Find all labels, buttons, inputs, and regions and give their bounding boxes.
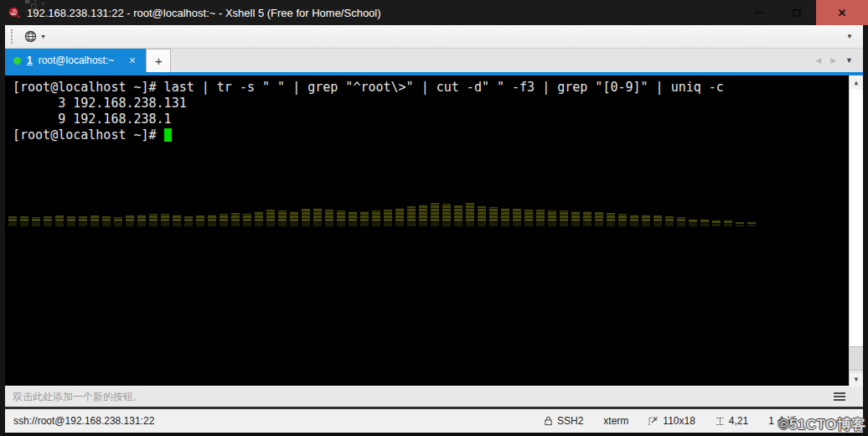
watermark-bar	[677, 217, 685, 226]
status-bar: ssh://root@192.168.238.131:22 SSH2 xterm…	[5, 407, 863, 433]
watermark-bar	[20, 216, 28, 226]
watermark-bar	[419, 205, 427, 226]
scrollbar-up-icon[interactable]: ▲	[850, 75, 863, 90]
window-frame: ▼▼▼▼▼A▼▼▼? ▼ 1 root@localhost:~ ✕ + ◀ ▶ …	[0, 25, 868, 436]
watermark-bar	[55, 215, 64, 226]
xshell-window: 192.168.238.131:22 - root@localhost:~ - …	[0, 0, 868, 436]
watermark-bar	[349, 211, 357, 226]
screen-size-indicator: 110x18	[648, 415, 695, 427]
maximize-icon	[793, 9, 801, 17]
watermark-bar	[384, 210, 392, 226]
site-watermark: ©51CTO博客	[778, 415, 866, 434]
new-tab-button[interactable]: +	[146, 49, 171, 72]
watermark-bar	[8, 216, 17, 226]
watermark-bar	[560, 210, 568, 226]
transfer-icon	[23, 0, 38, 11]
tab-scroll-left-icon[interactable]: ◀	[815, 56, 821, 65]
title-bar: 192.168.238.131:22 - root@localhost:~ - …	[0, 0, 868, 25]
watermark-bar	[313, 208, 322, 226]
watermark-bar	[32, 217, 40, 226]
minimize-icon	[754, 12, 763, 13]
watermark-bar	[454, 205, 462, 226]
tab-navigation: ◀ ▶ ▼	[815, 49, 863, 72]
terminal-line: 9 192.168.238.1	[13, 112, 724, 127]
terminal-text: [root@localhost ~]# last | tr -s " " | g…	[13, 80, 724, 143]
watermark-bar	[395, 208, 404, 226]
scrollbar-down-icon[interactable]: ▼	[850, 371, 863, 386]
watermark-bar	[243, 214, 251, 226]
watermark-bar	[724, 221, 732, 226]
watermark-bar	[325, 210, 333, 226]
watermark-bar	[208, 215, 216, 226]
terminal-type: xterm	[603, 415, 628, 427]
tab-bar: 1 root@localhost:~ ✕ + ◀ ▶ ▼	[5, 49, 863, 72]
connected-status-icon	[13, 57, 21, 65]
watermark-bar	[548, 210, 556, 226]
quickbar-hint: 双击此处添加一个新的按钮。	[13, 390, 143, 404]
terminal-line: [root@localhost ~]#	[13, 127, 724, 143]
maximize-button[interactable]	[778, 0, 816, 25]
watermark-bar	[360, 211, 369, 226]
terminal-cursor	[164, 128, 172, 142]
watermark-bar	[67, 216, 75, 226]
terminal-line: [root@localhost ~]# last | tr -s " " | g…	[13, 80, 724, 96]
tab-number: 1	[27, 54, 33, 66]
toolbar-overflow-button[interactable]: ▼	[840, 33, 860, 40]
watermark-bar	[466, 203, 474, 226]
watermark-bar	[536, 210, 545, 226]
watermark-bar	[126, 215, 134, 226]
terminal-scrollbar[interactable]: ▲ ▼	[849, 75, 863, 386]
watermark-bar	[700, 219, 709, 226]
dropdown-arrow-icon: ▼	[40, 1, 46, 7]
watermark-bar	[513, 209, 521, 226]
connection-url: ssh://root@192.168.238.131:22	[13, 415, 154, 427]
watermark-band	[8, 183, 756, 226]
watermark-bar	[712, 221, 721, 226]
quickbar-menu-icon[interactable]	[834, 392, 855, 401]
watermark-bar	[501, 208, 509, 226]
watermark-bar	[524, 210, 533, 226]
toolbar: ▼▼▼▼▼A▼▼▼? ▼	[5, 25, 863, 49]
xshell-logo-icon	[8, 6, 21, 19]
close-button[interactable]: ✕	[816, 0, 868, 25]
watermark-bar	[654, 215, 662, 226]
watermark-bar	[184, 216, 193, 226]
watermark-bar	[302, 209, 310, 226]
watermark-bar	[489, 207, 498, 226]
ssh-lock-icon	[544, 416, 553, 426]
watermark-bar	[137, 215, 146, 226]
watermark-bar	[571, 211, 580, 226]
watermark-bar	[266, 210, 275, 226]
tab-list-dropdown-icon[interactable]: ▼	[845, 56, 853, 65]
watermark-bar	[44, 216, 52, 226]
watermark-bar	[747, 222, 756, 226]
tab-scroll-right-icon[interactable]: ▶	[830, 56, 836, 65]
tab-close-icon[interactable]: ✕	[128, 55, 136, 66]
tab-label: root@localhost:~	[39, 54, 115, 66]
protocol-indicator: SSH2	[544, 415, 583, 427]
watermark-bar	[102, 216, 111, 226]
watermark-bar	[337, 210, 345, 226]
transfer-button[interactable]: ▼	[20, 0, 49, 13]
tab-session-1[interactable]: 1 root@localhost:~ ✕	[5, 49, 146, 72]
watermark-bar	[372, 210, 380, 226]
watermark-bar	[149, 214, 158, 226]
watermark-bar	[173, 215, 181, 226]
watermark-bar	[90, 215, 99, 226]
globe-icon	[23, 29, 38, 44]
watermark-bar	[79, 216, 87, 226]
quick-button-bar[interactable]: 双击此处添加一个新的按钮。	[5, 386, 863, 407]
watermark-bar	[478, 206, 486, 226]
web-browser-button[interactable]: ▼	[20, 28, 49, 45]
toolbar-grip[interactable]	[11, 29, 14, 44]
scrollbar-thumb[interactable]	[850, 346, 863, 371]
watermark-bar	[642, 215, 650, 226]
terminal-area[interactable]: [root@localhost ~]# last | tr -s " " | g…	[5, 75, 863, 386]
minimize-button[interactable]	[739, 0, 778, 25]
caret-position-icon	[716, 417, 725, 426]
resize-icon	[648, 417, 659, 426]
watermark-bar	[595, 212, 603, 226]
window-title: 192.168.238.131:22 - root@localhost:~ - …	[27, 7, 739, 19]
watermark-bar	[220, 214, 228, 226]
close-icon: ✕	[838, 7, 847, 19]
